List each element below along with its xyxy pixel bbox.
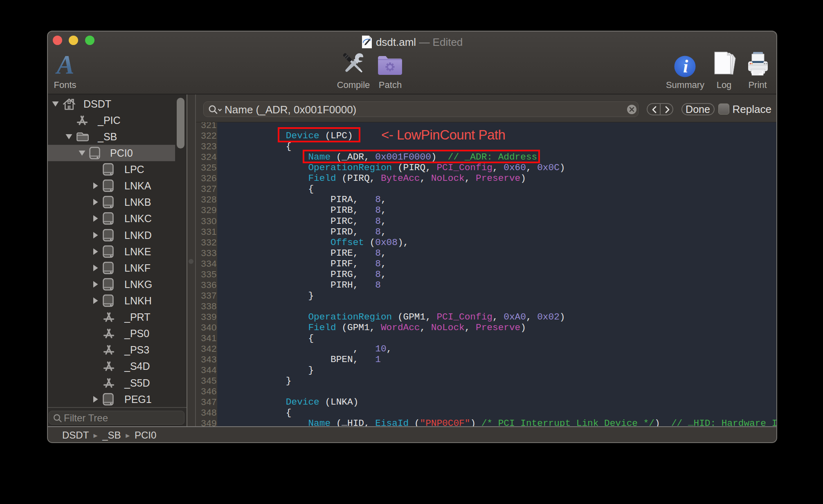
svg-text:i: i (683, 56, 688, 76)
svg-text:A: A (55, 54, 74, 77)
